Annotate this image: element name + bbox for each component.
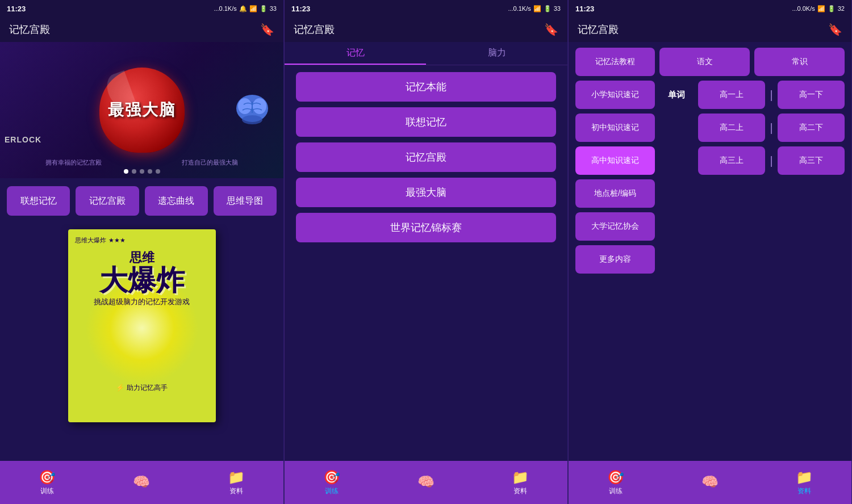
bookmark-icon-2[interactable]: 🔖 [544, 23, 558, 36]
cat-row-1: 单词 高一上 | 高一下 [659, 81, 845, 109]
battery-val-2: 33 [554, 5, 561, 12]
pipe-sep-1: | [770, 89, 772, 102]
cat-left-3[interactable]: 高中知识速记 [575, 146, 655, 175]
cat-left-4[interactable]: 地点桩/编码 [575, 179, 655, 208]
dot-4[interactable] [148, 169, 152, 174]
network-icon: 🔔 [239, 5, 247, 12]
tab-brain[interactable]: 脑力 [426, 42, 567, 65]
wifi-icon-2: 📶 [533, 5, 541, 12]
cat-g3up[interactable]: 高三上 [698, 146, 765, 175]
quick-btn-0[interactable]: 联想记忆 [7, 186, 70, 216]
cat-left-5[interactable]: 大学记忆协会 [575, 212, 655, 241]
cat-g1up[interactable]: 高一上 [698, 81, 765, 109]
docs-icon-1: 📁 [228, 469, 245, 485]
status-bar-1: 11:23 ...0.1K/s 🔔 📶 🔋 33 [0, 0, 283, 17]
time-3: 11:23 [575, 5, 594, 13]
quick-btn-1[interactable]: 记忆宫殿 [76, 186, 139, 216]
book-line1: 思维 [130, 249, 154, 266]
tab-memory[interactable]: 记忆 [285, 42, 426, 65]
cat-empty-2 [659, 146, 694, 175]
book-line2: 大爆炸 [99, 266, 185, 295]
train-label-1: 训练 [40, 486, 54, 496]
book-cover[interactable]: 思维大爆炸 ★★★ 思维 大爆炸 挑战超级脑力的记忆开发游戏 ⚡ 助力记忆高手 [68, 229, 216, 422]
train-label-3: 训练 [609, 486, 623, 496]
train-icon-1: 🎯 [39, 469, 56, 485]
banner-captions: 拥有幸福的记忆宫殿 打造自己的最强大脑 [0, 158, 283, 167]
dot-3[interactable] [140, 169, 144, 174]
status-bar-2: 11:23 ...0.1K/s 📶 🔋 33 [285, 0, 567, 17]
brain-nav-icon-3: 🧠 [701, 474, 719, 490]
app-header-3: 记忆宫殿 🔖 [569, 17, 851, 42]
caption-1: 拥有幸福的记忆宫殿 [45, 158, 102, 167]
book-tagline: ⚡ 助力记忆高手 [82, 383, 202, 393]
bottom-nav-2: 🎯 训练 🧠 📁 资料 [285, 461, 567, 504]
nav-brain-1[interactable]: 🧠 [124, 474, 158, 491]
menu-item-0[interactable]: 记忆本能 [296, 72, 556, 102]
cat-changshi[interactable]: 常识 [754, 48, 845, 76]
menu-item-4[interactable]: 世界记忆锦标赛 [296, 213, 556, 242]
docs-icon-2: 📁 [512, 469, 529, 485]
cat-col-right: 语文 常识 单词 高一上 | 高一下 高二上 | 高二下 [659, 48, 845, 274]
cat-g2up[interactable]: 高二上 [698, 114, 765, 142]
bottom-nav-3: 🎯 训练 🧠 📁 资料 [569, 461, 851, 504]
menu-item-2[interactable]: 记忆宫殿 [296, 142, 556, 172]
svg-point-2 [253, 98, 266, 114]
status-bar-3: 11:23 ...0.0K/s 📶 🔋 32 [569, 0, 851, 17]
cat-left-0[interactable]: 记忆法教程 [575, 48, 655, 76]
cat-g3down[interactable]: 高三下 [778, 146, 845, 175]
book-content: 思维大爆炸 ★★★ 思维 大爆炸 挑战超级脑力的记忆开发游戏 ⚡ 助力记忆高手 [75, 236, 209, 415]
logo-text: 最强大脑 [108, 99, 176, 121]
quick-btn-3[interactable]: 思维导图 [214, 186, 277, 216]
bookmark-icon-1[interactable]: 🔖 [260, 23, 274, 36]
book-sub-text: 挑战超级脑力的记忆开发游戏 [75, 297, 209, 307]
battery-3: 🔋 [828, 5, 836, 12]
cat-col-left: 记忆法教程 小学知识速记 初中知识速记 高中知识速记 地点桩/编码 大学记忆协会… [575, 48, 655, 274]
nav-train-2[interactable]: 🎯 训练 [315, 469, 349, 496]
nav-brain-3[interactable]: 🧠 [693, 474, 727, 491]
dot-5[interactable] [156, 169, 160, 174]
cat-left-1[interactable]: 小学知识速记 [575, 81, 655, 109]
docs-icon-3: 📁 [796, 469, 813, 485]
menu-item-1[interactable]: 联想记忆 [296, 107, 556, 137]
docs-label-2: 资料 [513, 486, 527, 496]
menu-item-3[interactable]: 最强大脑 [296, 178, 556, 207]
status-icons-1: ...0.1K/s 🔔 📶 🔋 33 [214, 5, 277, 12]
cat-row-0: 语文 常识 [659, 48, 845, 76]
app-title-1: 记忆宫殿 [9, 23, 50, 36]
nav-train-3[interactable]: 🎯 训练 [599, 469, 633, 496]
book-inner: 思维大爆炸 ★★★ 思维 大爆炸 挑战超级脑力的记忆开发游戏 ⚡ 助力记忆高手 [68, 229, 216, 422]
book-main-title: 思维 大爆炸 [75, 249, 209, 295]
battery-1: 🔋 [260, 5, 268, 12]
bookmark-icon-3[interactable]: 🔖 [828, 23, 842, 36]
nav-train-1[interactable]: 🎯 训练 [30, 469, 64, 496]
pipe-sep-3: | [770, 154, 772, 167]
nav-docs-2[interactable]: 📁 资料 [503, 469, 537, 496]
pipe-sep-2: | [770, 121, 772, 135]
battery-val-3: 32 [838, 5, 845, 12]
nav-brain-2[interactable]: 🧠 [409, 474, 443, 491]
signal-1: ...0.1K/s [214, 5, 236, 12]
battery-2: 🔋 [544, 5, 552, 12]
dot-2[interactable] [132, 169, 136, 174]
cat-yuwen[interactable]: 语文 [659, 48, 750, 76]
nav-docs-3[interactable]: 📁 资料 [787, 469, 821, 496]
dot-1[interactable] [124, 169, 128, 174]
banner-dots [124, 169, 160, 174]
time-2: 11:23 [291, 5, 310, 13]
app-header-1: 记忆宫殿 🔖 [0, 17, 283, 42]
svg-point-1 [238, 98, 252, 114]
quick-btn-2[interactable]: 遗忘曲线 [145, 186, 208, 216]
status-icons-3: ...0.0K/s 📶 🔋 32 [792, 5, 845, 12]
battery-val-1: 33 [270, 5, 277, 12]
cat-g1down[interactable]: 高一下 [778, 81, 845, 109]
docs-label-1: 资料 [229, 486, 243, 496]
train-icon-2: 🎯 [323, 469, 340, 485]
nav-docs-1[interactable]: 📁 资料 [219, 469, 253, 496]
signal-2: ...0.1K/s [508, 5, 531, 12]
cat-left-2[interactable]: 初中知识速记 [575, 114, 655, 142]
panel-menu: 11:23 ...0.1K/s 📶 🔋 33 记忆宫殿 🔖 记忆 脑力 记忆本能… [284, 0, 568, 504]
cat-g2down[interactable]: 高二下 [778, 114, 845, 142]
panel-home: 11:23 ...0.1K/s 🔔 📶 🔋 33 记忆宫殿 🔖 ERLOCK 最… [0, 0, 284, 504]
cat-row-3: 高三上 | 高三下 [659, 146, 845, 175]
cat-left-6[interactable]: 更多内容 [575, 245, 655, 274]
